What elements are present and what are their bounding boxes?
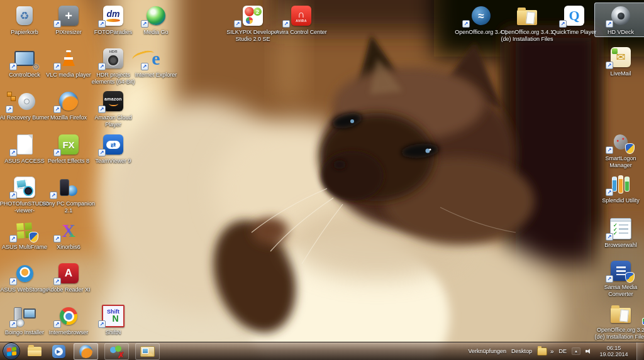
desktop-icon-openoffice-32-installation-files[interactable]: OpenOffice.org 3.2 (de) Installation Fil… xyxy=(591,300,644,341)
icon-label: Avira Control Center xyxy=(275,29,326,36)
icon-label: TeamViewer 9 xyxy=(96,158,131,165)
icon-label: VLC media player xyxy=(46,72,91,79)
shortcut-arrow-icon: ↗ xyxy=(606,275,613,283)
shortcut-arrow-icon: ↗ xyxy=(9,320,17,328)
face-shield-icon: ↗ xyxy=(596,130,644,154)
desktop-icon-shiftn[interactable]: ↗ShiftN ShiftN xyxy=(87,303,140,337)
icon-label: Splendid Utility xyxy=(602,197,640,204)
desktop-icon-sansa-media-converter[interactable]: ↗ Sansa Media Converter xyxy=(594,258,644,298)
resize-arrows-icon: ↗+ xyxy=(43,4,94,28)
desktop-icon-smartlogon-manager[interactable]: ↗ SmartLogon Manager xyxy=(594,129,644,170)
fx-logo-text: FX xyxy=(62,139,74,150)
hdr-logo-text: HDR xyxy=(109,50,118,53)
desktop-icon-splendid-utility[interactable]: ↗ Splendid Utility xyxy=(594,171,644,205)
icon-label: Boingo Installer xyxy=(5,329,44,336)
icon-label: HD VDeck xyxy=(608,29,634,36)
blue-tile-shield-icon: ↗ xyxy=(596,259,644,283)
icon-label: Internetbrowser xyxy=(49,329,89,336)
shortcut-arrow-icon: ↗ xyxy=(462,20,470,28)
gear-icon: ⚙ xyxy=(32,63,40,71)
desktop-icon-sony-pc-companion[interactable]: ↗ Sony PC Companion 2.1 xyxy=(38,174,99,215)
clock-time: 06:15 xyxy=(597,345,630,351)
desktop-icon-livemail[interactable]: ↗✉ LiveMail xyxy=(594,44,644,79)
show-hidden-icons-button[interactable]: ▲ xyxy=(572,347,580,355)
desktop-icon-xinorbis6[interactable]: ↗X Xinorbis6 xyxy=(42,217,95,252)
shortcut-arrow-icon: ↗ xyxy=(9,149,17,156)
shortcut-arrow-icon: ↗ xyxy=(606,146,613,154)
quicktime-q-icon: ↗Q xyxy=(549,4,599,28)
icon-label: ASUS WebStorage xyxy=(1,286,49,293)
shortcut-arrow-icon: ↗ xyxy=(53,20,61,28)
desktop-icon-teamviewer-9[interactable]: ↗⇄ TeamViewer 9 xyxy=(87,131,140,166)
toolbar-expand-chevron[interactable]: » xyxy=(550,348,554,355)
checkmarks-icon: ✓✓✓ xyxy=(613,224,618,236)
volume-icon[interactable] xyxy=(586,348,592,355)
icon-label: Sansa Media Converter xyxy=(596,284,644,297)
desktop-icon-avira-control-center[interactable]: ↗∩AVIRA Avira Control Center xyxy=(271,3,331,37)
avira-umbrella-icon: ↗∩AVIRA xyxy=(272,4,330,28)
shield-icon xyxy=(625,272,635,283)
camera-aperture-icon: ↗ xyxy=(596,4,644,28)
shortcut-arrow-icon: ↗ xyxy=(53,149,61,156)
shortcut-arrow-icon: ↗ xyxy=(53,320,61,328)
shortcut-arrow-icon: ↗ xyxy=(98,63,106,70)
icon-label: FOTOParadies xyxy=(94,29,132,36)
icon-label: Adobe Reader XI xyxy=(47,286,90,293)
media-player-icon: ▶ xyxy=(52,345,65,358)
icon-label: ASUS ACCESS xyxy=(4,158,45,165)
media-go-orb-icon: ↗ xyxy=(131,4,181,28)
icon-label: Mozilla Firefox xyxy=(50,114,87,121)
toolbar-desktop[interactable]: Desktop xyxy=(511,348,532,354)
teamviewer-arrows-icon: ↗⇄ xyxy=(88,133,138,156)
desktop-icon-adobe-reader-xi[interactable]: ↗A Adobe Reader XI xyxy=(42,260,95,295)
n-logo-text: N xyxy=(112,315,118,323)
shortcut-arrow-icon: ↗ xyxy=(141,63,148,70)
desktop-toolbar-folder-icon[interactable] xyxy=(537,347,547,356)
windows-flag-icon xyxy=(6,346,16,356)
shiftn-tile-icon: ↗ShiftN xyxy=(88,304,138,328)
firefox-icon xyxy=(79,345,92,358)
shield-icon xyxy=(29,232,38,243)
gradient-x-icon: ↗X xyxy=(43,219,94,243)
start-button[interactable] xyxy=(3,342,20,360)
test-tubes-icon: ↗ xyxy=(596,172,644,196)
internet-explorer-icon: ↗e xyxy=(131,46,181,70)
shortcut-arrow-icon: ↗ xyxy=(559,20,567,28)
icon-label: Internet Explorer xyxy=(135,72,177,79)
system-tray: Verknüpfungen Desktop » DE ▲ 06:15 19.02… xyxy=(468,342,644,360)
folder-badge-icon xyxy=(592,302,644,325)
taskbar-mail-button[interactable] xyxy=(135,343,160,360)
desktop-icon-amazon-cloud-player[interactable]: ↗amazon Amazon Cloud Player xyxy=(87,88,140,129)
envelope-icon: ↗✉ xyxy=(596,45,644,69)
desktop-icon-media-go[interactable]: ↗ Media Go xyxy=(130,3,182,37)
shortcut-arrow-icon: ↗ xyxy=(98,149,106,156)
desktop-icon-quicktime-player[interactable]: ↗Q QuickTime Player xyxy=(548,3,601,37)
shortcut-arrow-icon: ↗ xyxy=(50,192,57,199)
desktop-icon-browserwahl[interactable]: ↗✓✓✓ Browserwahl xyxy=(594,215,644,250)
taskbar-messenger-button[interactable]: ✗ xyxy=(104,343,129,360)
adobe-reader-icon: ↗A xyxy=(43,261,94,285)
shortcut-arrow-icon: ↗ xyxy=(282,20,290,28)
toolbar-verknuepfungen[interactable]: Verknüpfungen xyxy=(468,348,506,354)
shortcut-arrow-icon: ↗ xyxy=(53,63,61,70)
shield-icon xyxy=(625,143,635,154)
chrome-orb-icon: ↗ xyxy=(43,304,94,328)
taskbar: ▶ ✗ Verknüpfungen Desktop » DE ▲ 06:15 1… xyxy=(0,342,644,360)
taskbar-firefox-button[interactable] xyxy=(74,343,98,360)
taskbar-windows-explorer-button[interactable] xyxy=(25,343,44,359)
show-desktop-button[interactable] xyxy=(636,342,643,360)
shortcut-arrow-icon: ↗ xyxy=(98,320,106,328)
cd-disc-icon xyxy=(16,319,25,327)
icon-label: Perfect Effects 8 xyxy=(48,158,89,165)
language-indicator[interactable]: DE xyxy=(559,348,567,354)
windows-desktop: ♻ Papierkorb ↗+ PIXresizer ↗dm FOTOParad… xyxy=(0,0,644,360)
taskbar-media-player-button[interactable]: ▶ xyxy=(49,343,68,359)
clock[interactable]: 06:15 19.02.2014 xyxy=(597,345,630,357)
icon-label: ShiftN xyxy=(106,329,121,336)
icon-label: PIXresizer xyxy=(55,29,82,36)
desktop-icon-internet-explorer[interactable]: ↗e Internet Explorer xyxy=(130,45,182,80)
shortcut-arrow-icon: ↗ xyxy=(606,233,613,241)
amazon-tile-icon: ↗amazon xyxy=(88,89,138,113)
shortcut-arrow-icon: ↗ xyxy=(53,278,61,285)
desktop-icon-hd-vdeck[interactable]: ↗ HD VDeck xyxy=(594,3,644,37)
